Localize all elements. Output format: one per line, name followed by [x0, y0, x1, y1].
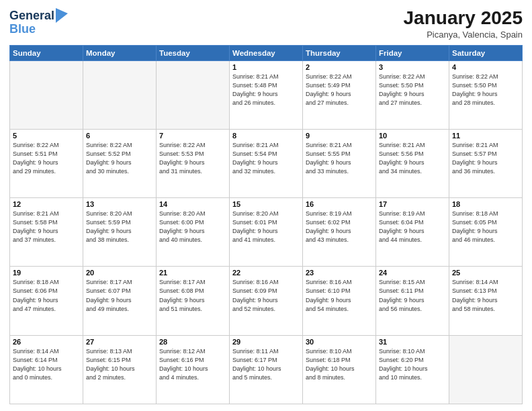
- day-info: Sunrise: 8:21 AMSunset: 5:56 PMDaylight:…: [379, 141, 446, 176]
- calendar-cell: [157, 60, 230, 129]
- day-number: 9: [306, 132, 373, 140]
- month-title: January 2025: [404, 7, 523, 30]
- day-info: Sunrise: 8:13 AMSunset: 6:15 PMDaylight:…: [86, 347, 153, 382]
- day-info: Sunrise: 8:22 AMSunset: 5:50 PMDaylight:…: [452, 73, 519, 107]
- calendar-cell: 19Sunrise: 8:18 AMSunset: 6:06 PMDayligh…: [10, 267, 83, 335]
- calendar-cell: 29Sunrise: 8:11 AMSunset: 6:17 PMDayligh…: [230, 335, 303, 404]
- day-number: 24: [379, 269, 446, 277]
- day-info: Sunrise: 8:10 AMSunset: 6:18 PMDaylight:…: [306, 347, 373, 382]
- calendar-cell: 26Sunrise: 8:14 AMSunset: 6:14 PMDayligh…: [10, 335, 83, 404]
- day-info: Sunrise: 8:19 AMSunset: 6:04 PMDaylight:…: [379, 210, 446, 244]
- day-number: 23: [306, 269, 373, 277]
- calendar-cell: [449, 335, 523, 404]
- day-info: Sunrise: 8:21 AMSunset: 5:55 PMDaylight:…: [306, 141, 373, 176]
- day-info: Sunrise: 8:20 AMSunset: 5:59 PMDaylight:…: [86, 210, 153, 244]
- svg-marker-0: [56, 8, 68, 23]
- day-info: Sunrise: 8:21 AMSunset: 5:48 PMDaylight:…: [232, 73, 300, 107]
- calendar-cell: 10Sunrise: 8:21 AMSunset: 5:56 PMDayligh…: [376, 129, 449, 197]
- day-info: Sunrise: 8:22 AMSunset: 5:51 PMDaylight:…: [13, 141, 80, 176]
- calendar-cell: [10, 60, 83, 129]
- day-number: 2: [306, 63, 373, 71]
- day-info: Sunrise: 8:15 AMSunset: 6:11 PMDaylight:…: [379, 278, 446, 313]
- day-info: Sunrise: 8:19 AMSunset: 6:02 PMDaylight:…: [306, 210, 373, 244]
- week-row-4: 19Sunrise: 8:18 AMSunset: 6:06 PMDayligh…: [10, 267, 523, 335]
- day-info: Sunrise: 8:22 AMSunset: 5:49 PMDaylight:…: [306, 73, 373, 107]
- day-number: 18: [452, 200, 519, 208]
- calendar-cell: 24Sunrise: 8:15 AMSunset: 6:11 PMDayligh…: [376, 267, 449, 335]
- calendar-table: SundayMondayTuesdayWednesdayThursdayFrid…: [9, 45, 523, 404]
- calendar-cell: 27Sunrise: 8:13 AMSunset: 6:15 PMDayligh…: [83, 335, 157, 404]
- weekday-header-monday: Monday: [83, 45, 157, 60]
- week-row-3: 12Sunrise: 8:21 AMSunset: 5:58 PMDayligh…: [10, 198, 523, 267]
- calendar-cell: 18Sunrise: 8:18 AMSunset: 6:05 PMDayligh…: [449, 198, 523, 267]
- calendar-cell: 16Sunrise: 8:19 AMSunset: 6:02 PMDayligh…: [303, 198, 376, 267]
- day-number: 15: [232, 200, 300, 208]
- day-number: 20: [86, 269, 153, 277]
- day-number: 11: [452, 132, 519, 140]
- logo-text: General: [9, 9, 54, 23]
- calendar-cell: 5Sunrise: 8:22 AMSunset: 5:51 PMDaylight…: [10, 129, 83, 197]
- weekday-header-friday: Friday: [376, 45, 449, 60]
- day-number: 7: [159, 132, 226, 140]
- day-number: 6: [86, 132, 153, 140]
- day-number: 27: [86, 338, 153, 346]
- day-info: Sunrise: 8:22 AMSunset: 5:52 PMDaylight:…: [86, 141, 153, 176]
- week-row-2: 5Sunrise: 8:22 AMSunset: 5:51 PMDaylight…: [10, 129, 523, 197]
- day-number: 8: [232, 132, 300, 140]
- calendar-cell: 25Sunrise: 8:14 AMSunset: 6:13 PMDayligh…: [449, 267, 523, 335]
- calendar-cell: 11Sunrise: 8:21 AMSunset: 5:57 PMDayligh…: [449, 129, 523, 197]
- weekday-header-tuesday: Tuesday: [157, 45, 230, 60]
- calendar-cell: 8Sunrise: 8:21 AMSunset: 5:54 PMDaylight…: [230, 129, 303, 197]
- day-info: Sunrise: 8:12 AMSunset: 6:16 PMDaylight:…: [159, 347, 226, 382]
- weekday-header-saturday: Saturday: [449, 45, 523, 60]
- title-block: January 2025 Picanya, Valencia, Spain: [404, 7, 523, 40]
- day-info: Sunrise: 8:18 AMSunset: 6:06 PMDaylight:…: [13, 278, 80, 313]
- week-row-1: 1Sunrise: 8:21 AMSunset: 5:48 PMDaylight…: [10, 60, 523, 129]
- day-number: 21: [159, 269, 226, 277]
- day-info: Sunrise: 8:22 AMSunset: 5:53 PMDaylight:…: [159, 141, 226, 176]
- calendar-cell: 6Sunrise: 8:22 AMSunset: 5:52 PMDaylight…: [83, 129, 157, 197]
- calendar-cell: 31Sunrise: 8:10 AMSunset: 6:20 PMDayligh…: [376, 335, 449, 404]
- calendar-cell: 23Sunrise: 8:16 AMSunset: 6:10 PMDayligh…: [303, 267, 376, 335]
- location: Picanya, Valencia, Spain: [404, 30, 523, 40]
- day-number: 12: [13, 200, 80, 208]
- day-info: Sunrise: 8:14 AMSunset: 6:13 PMDaylight:…: [452, 278, 519, 313]
- day-info: Sunrise: 8:21 AMSunset: 5:58 PMDaylight:…: [13, 210, 80, 244]
- calendar-cell: 7Sunrise: 8:22 AMSunset: 5:53 PMDaylight…: [157, 129, 230, 197]
- calendar-cell: 4Sunrise: 8:22 AMSunset: 5:50 PMDaylight…: [449, 60, 523, 129]
- day-info: Sunrise: 8:17 AMSunset: 6:07 PMDaylight:…: [86, 278, 153, 313]
- logo: General Blue: [9, 9, 68, 36]
- day-number: 30: [306, 338, 373, 346]
- page: General Blue January 2025 Picanya, Valen…: [0, 0, 532, 411]
- weekday-header-wednesday: Wednesday: [230, 45, 303, 60]
- day-number: 17: [379, 200, 446, 208]
- day-info: Sunrise: 8:17 AMSunset: 6:08 PMDaylight:…: [159, 278, 226, 313]
- day-info: Sunrise: 8:14 AMSunset: 6:14 PMDaylight:…: [13, 347, 80, 382]
- calendar-cell: 20Sunrise: 8:17 AMSunset: 6:07 PMDayligh…: [83, 267, 157, 335]
- calendar-cell: 21Sunrise: 8:17 AMSunset: 6:08 PMDayligh…: [157, 267, 230, 335]
- day-info: Sunrise: 8:21 AMSunset: 5:57 PMDaylight:…: [452, 141, 519, 176]
- day-info: Sunrise: 8:16 AMSunset: 6:10 PMDaylight:…: [306, 278, 373, 313]
- day-number: 19: [13, 269, 80, 277]
- day-number: 22: [232, 269, 300, 277]
- day-number: 5: [13, 132, 80, 140]
- calendar-cell: 1Sunrise: 8:21 AMSunset: 5:48 PMDaylight…: [230, 60, 303, 129]
- calendar-cell: 9Sunrise: 8:21 AMSunset: 5:55 PMDaylight…: [303, 129, 376, 197]
- weekday-header-sunday: Sunday: [10, 45, 83, 60]
- day-info: Sunrise: 8:10 AMSunset: 6:20 PMDaylight:…: [379, 347, 446, 382]
- week-row-5: 26Sunrise: 8:14 AMSunset: 6:14 PMDayligh…: [10, 335, 523, 404]
- header: General Blue January 2025 Picanya, Valen…: [9, 7, 523, 40]
- day-number: 28: [159, 338, 226, 346]
- calendar-cell: [83, 60, 157, 129]
- day-info: Sunrise: 8:20 AMSunset: 6:00 PMDaylight:…: [159, 210, 226, 244]
- calendar-cell: 3Sunrise: 8:22 AMSunset: 5:50 PMDaylight…: [376, 60, 449, 129]
- day-info: Sunrise: 8:21 AMSunset: 5:54 PMDaylight:…: [232, 141, 300, 176]
- day-number: 4: [452, 63, 519, 71]
- day-number: 16: [306, 200, 373, 208]
- day-number: 14: [159, 200, 226, 208]
- day-number: 1: [232, 63, 300, 71]
- day-number: 25: [452, 269, 519, 277]
- day-number: 31: [379, 338, 446, 346]
- calendar-cell: 28Sunrise: 8:12 AMSunset: 6:16 PMDayligh…: [157, 335, 230, 404]
- calendar-cell: 22Sunrise: 8:16 AMSunset: 6:09 PMDayligh…: [230, 267, 303, 335]
